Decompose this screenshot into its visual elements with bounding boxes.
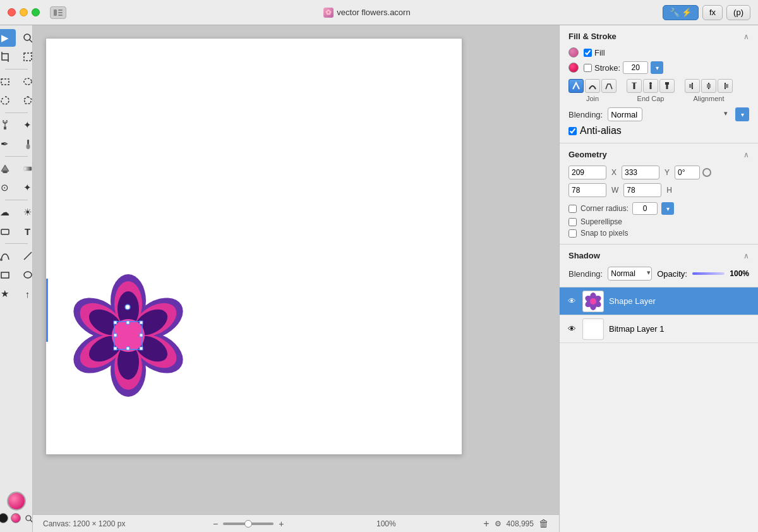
corner-radius-input[interactable] (632, 202, 658, 215)
main-color-swatch[interactable] (7, 492, 26, 511)
canvas-container[interactable] (33, 25, 559, 514)
antialias-checkbox[interactable] (568, 127, 577, 135)
p-button[interactable]: (p) (726, 5, 750, 20)
layer-item-shape[interactable]: 👁 Shape Layer (560, 287, 758, 315)
add-layer-button[interactable]: + (483, 518, 489, 529)
svg-marker-13 (24, 97, 32, 104)
pen-tool[interactable]: ✒ (0, 135, 16, 153)
shadow-section: Shadow ∧ Blending: Normal ▾ Opacity: 100… (560, 245, 758, 287)
ellipse-select-tool[interactable] (17, 73, 33, 90)
h-input[interactable] (623, 183, 661, 197)
arrow-tool[interactable]: ▶ (0, 29, 16, 47)
layer-thumb-bitmap (582, 318, 604, 340)
zoom-slider[interactable] (223, 523, 274, 525)
zoom-controls: − + (213, 519, 284, 529)
ellipse-draw-tool[interactable] (17, 266, 33, 284)
bezier-tool[interactable] (0, 247, 16, 265)
svg-point-18 (26, 144, 30, 149)
delete-button[interactable]: 🗑 (539, 518, 549, 529)
sidebar-toggle-button[interactable] (50, 6, 66, 19)
close-button[interactable] (8, 8, 16, 16)
fill-checkbox[interactable] (584, 49, 592, 57)
svg-rect-6 (2, 54, 8, 60)
stroke-checkbox[interactable] (584, 64, 592, 72)
polygon-select-tool[interactable] (17, 92, 33, 109)
lasso-tool[interactable] (0, 92, 16, 109)
svg-rect-48 (114, 321, 117, 324)
sun-tool[interactable]: ☀ (17, 203, 33, 221)
end-cap-butt-button[interactable] (627, 79, 642, 93)
shadow-blending-select[interactable]: Normal (608, 267, 652, 281)
rect-select-tool[interactable] (0, 73, 16, 90)
corner-radius-checkbox[interactable] (568, 205, 577, 213)
crop-tool[interactable] (0, 48, 16, 66)
rotation-dot[interactable] (702, 168, 711, 177)
layer-item-bitmap[interactable]: 👁 Bitmap Layer 1 (560, 315, 758, 343)
shadow-opacity-slider[interactable] (692, 272, 725, 275)
align-left-button[interactable] (685, 79, 700, 93)
superellipse-checkbox[interactable] (568, 218, 577, 226)
corner-radius-dropdown[interactable]: ▾ (661, 202, 674, 215)
end-cap-round-button[interactable] (643, 79, 658, 93)
star-tool[interactable]: ★ (0, 285, 16, 303)
geometry-collapse[interactable]: ∧ (743, 150, 749, 159)
tertiary-color-swatch[interactable] (11, 513, 21, 523)
geometry-header: Geometry ∧ (568, 150, 749, 159)
align-right-button[interactable] (718, 79, 733, 93)
layer-eye-bitmap[interactable]: 👁 (566, 323, 577, 335)
blending-dropdown-button[interactable]: ▾ (735, 107, 749, 121)
tool-divider-3 (5, 156, 28, 157)
svg-rect-2 (58, 12, 63, 13)
gradient-tool[interactable] (17, 160, 33, 178)
maximize-button[interactable] (32, 8, 40, 16)
flower-drawing[interactable] (65, 272, 191, 401)
minimize-button[interactable] (20, 8, 28, 16)
join-miter-button[interactable] (568, 79, 584, 93)
join-bevel-button[interactable] (601, 79, 617, 93)
x-input[interactable] (568, 166, 606, 179)
zoom-out-icon[interactable]: − (213, 519, 218, 529)
secondary-color-swatch[interactable] (0, 513, 8, 523)
zoom-small-tool[interactable] (23, 513, 33, 524)
y-input[interactable] (622, 166, 659, 179)
zoom-in-icon[interactable]: + (279, 519, 284, 529)
zoom-thumb[interactable] (244, 520, 252, 528)
fill-stroke-collapse[interactable]: ∧ (743, 32, 749, 41)
cloud-tool[interactable]: ☁ (0, 203, 16, 221)
layer-eye-shape[interactable]: 👁 (566, 296, 577, 307)
stroke-value-input[interactable] (623, 61, 648, 74)
paint-bucket-tool[interactable] (0, 160, 16, 178)
settings-icon[interactable]: ⚙ (495, 519, 502, 528)
line-tool[interactable] (17, 247, 33, 265)
end-cap-square-button[interactable] (659, 79, 675, 93)
fx-button[interactable]: fx (702, 5, 723, 20)
fill-color-swatch[interactable] (568, 47, 579, 57)
smudge-tool[interactable]: ✦ (17, 179, 33, 196)
rect-shape-tool[interactable] (0, 222, 16, 240)
zoom-tool[interactable] (17, 29, 33, 47)
layers-section: 👁 Shape Layer 👁 (560, 287, 758, 532)
stroke-dropdown[interactable]: ▾ (651, 61, 663, 74)
join-round-button[interactable] (585, 79, 600, 93)
align-center-button[interactable] (701, 79, 716, 93)
action-count: 408,995 (507, 519, 534, 528)
transform-tool[interactable] (17, 48, 33, 66)
w-input[interactable] (568, 183, 606, 197)
svg-rect-1 (58, 9, 63, 11)
shadow-collapse[interactable]: ∧ (743, 251, 749, 260)
magic-wand-tool[interactable]: ✦ (17, 116, 33, 134)
rect-draw-tool[interactable] (0, 266, 16, 284)
canvas[interactable] (45, 38, 462, 455)
tool-options-button[interactable]: 🔧 ⚡ (663, 5, 699, 20)
snap-checkbox[interactable] (568, 229, 577, 238)
stamp-tool[interactable]: ⊙ (0, 179, 16, 196)
text-tool[interactable]: T (17, 222, 33, 240)
blending-select[interactable]: Normal Multiply Screen Overlay (608, 107, 642, 121)
snap-label: Snap to pixels (581, 229, 628, 238)
brush-tool[interactable] (17, 135, 33, 153)
rotation-input[interactable] (675, 166, 700, 179)
arrow-shape-tool[interactable]: ↑ (17, 285, 33, 303)
stroke-checkbox-row: Stroke: ▾ (584, 61, 663, 74)
eyedropper-tool[interactable] (0, 116, 16, 134)
stroke-color-swatch[interactable] (568, 63, 579, 73)
